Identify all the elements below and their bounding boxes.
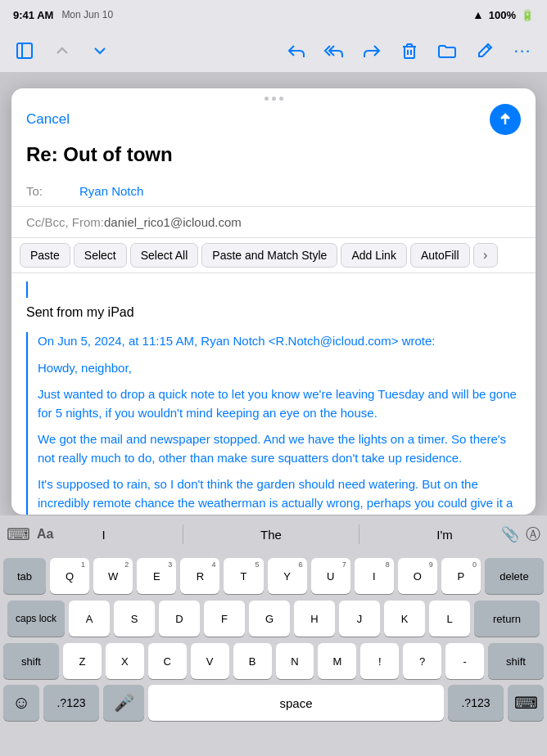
to-field[interactable]: To: Ryan Notch <box>11 176 536 207</box>
paste-button[interactable]: Paste <box>20 243 70 268</box>
reply-button[interactable] <box>282 36 311 65</box>
symbol-mode-key-left[interactable]: .?123 <box>43 685 99 721</box>
return-label: return <box>493 613 521 625</box>
key-z[interactable]: Z <box>63 643 102 679</box>
key-a[interactable]: A <box>69 601 110 637</box>
key-dash[interactable]: - <box>445 643 484 679</box>
text-size-icon[interactable]: Aa <box>37 527 53 542</box>
tab-key[interactable]: tab <box>3 558 46 594</box>
formatting-icon[interactable]: Ⓐ <box>526 524 540 544</box>
predictive-bar: ⌨ Aa I The I'm 📎 Ⓐ <box>0 515 547 553</box>
cc-value: daniel_rico1@icloud.com <box>104 215 242 229</box>
navigate-down-button[interactable] <box>85 36 115 65</box>
emoji-key[interactable]: ☺ <box>3 685 39 721</box>
send-button[interactable] <box>490 104 521 135</box>
key-m[interactable]: M <box>318 643 356 679</box>
select-all-button[interactable]: Select All <box>130 243 199 268</box>
key-question[interactable]: ? <box>403 643 441 679</box>
reply-all-button[interactable] <box>319 36 349 65</box>
tab-label: tab <box>17 570 32 583</box>
sheet-header: Cancel <box>11 104 536 143</box>
pred-suggestion-2[interactable]: The <box>254 524 288 545</box>
key-w[interactable]: 2 W <box>93 558 133 594</box>
compose-button[interactable] <box>470 36 500 65</box>
key-h[interactable]: H <box>294 601 335 637</box>
keyboard-row-1: tab 1 Q 2 W 3 E 4 R 5 T 6 <box>3 558 544 594</box>
cancel-button[interactable]: Cancel <box>26 111 70 128</box>
pred-separator <box>183 524 183 544</box>
forward-button[interactable] <box>357 36 387 65</box>
context-menu-toolbar: Paste Select Select All Paste and Match … <box>11 238 536 273</box>
to-label: To: <box>26 184 79 198</box>
select-button[interactable]: Select <box>74 243 127 268</box>
pred-suggestion-1[interactable]: I <box>96 524 112 545</box>
keyboard-dismiss-key[interactable]: ⌨ <box>508 685 544 721</box>
key-n[interactable]: N <box>276 643 314 679</box>
drag-handle <box>11 88 536 104</box>
key-f[interactable]: F <box>204 601 245 637</box>
chevron-right-icon: › <box>483 248 487 263</box>
cc-label: Cc/Bcc, From: <box>26 215 104 229</box>
pred-suggestion-3[interactable]: I'm <box>430 524 459 545</box>
navigate-up-button[interactable] <box>47 36 77 65</box>
key-o[interactable]: 9 O <box>398 558 437 594</box>
symbol-mode-key-right[interactable]: .?123 <box>448 685 504 721</box>
key-v[interactable]: V <box>191 643 229 679</box>
shift-key-left[interactable]: shift <box>3 643 59 679</box>
caps-lock-label: caps lock <box>16 613 57 624</box>
drag-dot <box>279 97 283 101</box>
pred-separator <box>359 524 359 544</box>
time: 9:41 AM <box>13 9 53 21</box>
context-menu-chevron[interactable]: › <box>473 243 498 268</box>
key-c[interactable]: C <box>148 643 187 679</box>
attachment-icon[interactable]: 📎 <box>501 525 519 543</box>
main-toolbar: ··· <box>0 29 547 72</box>
key-y[interactable]: 6 Y <box>268 558 307 594</box>
emoji-icon: ☺ <box>12 692 30 713</box>
shift-key-right[interactable]: shift <box>488 643 544 679</box>
key-g[interactable]: G <box>249 601 290 637</box>
keyboard-settings-icon[interactable]: ⌨ <box>7 524 30 544</box>
shift-label-left: shift <box>21 655 41 668</box>
delete-key[interactable]: delete <box>485 558 544 594</box>
date: Mon Jun 10 <box>61 9 113 20</box>
mic-key[interactable]: 🎤 <box>103 685 144 721</box>
key-t[interactable]: 5 T <box>224 558 263 594</box>
quoted-header: On Jun 5, 2024, at 11:15 AM, Ryan Notch … <box>38 332 521 351</box>
key-q[interactable]: 1 Q <box>50 558 89 594</box>
key-d[interactable]: D <box>159 601 200 637</box>
key-b[interactable]: B <box>233 643 272 679</box>
battery-icon: 🔋 <box>521 9 534 21</box>
key-r[interactable]: 4 R <box>180 558 219 594</box>
key-e[interactable]: 3 E <box>137 558 176 594</box>
return-key[interactable]: return <box>474 601 540 637</box>
keyboard-bottom-row: ☺ .?123 🎤 space .?123 ⌨ <box>0 682 547 723</box>
predictive-suggestions: I The I'm <box>60 524 495 545</box>
quoted-para2: Just wanted to drop a quick note to let … <box>38 385 521 422</box>
caps-lock-key[interactable]: caps lock <box>7 601 65 637</box>
compose-body[interactable]: Sent from my iPad On Jun 5, 2024, at 11:… <box>11 273 536 515</box>
space-key[interactable]: space <box>148 685 444 721</box>
quoted-para1: Howdy, neighbor, <box>38 359 521 378</box>
more-button[interactable]: ··· <box>508 36 537 65</box>
key-u[interactable]: 7 U <box>311 558 350 594</box>
key-k[interactable]: K <box>384 601 425 637</box>
key-l[interactable]: L <box>429 601 470 637</box>
key-p[interactable]: 0 P <box>441 558 481 594</box>
key-s[interactable]: S <box>114 601 155 637</box>
subject-field[interactable]: Re: Out of town <box>11 143 536 176</box>
key-i[interactable]: 8 I <box>355 558 394 594</box>
keyboard-icon: ⌨ <box>514 693 538 713</box>
key-x[interactable]: X <box>106 643 144 679</box>
key-exclaim[interactable]: ! <box>360 643 399 679</box>
sidebar-toggle-button[interactable] <box>10 36 39 65</box>
key-j[interactable]: J <box>339 601 380 637</box>
keyboard-row-2: caps lock A S D F G H J K L return <box>3 601 544 637</box>
folder-button[interactable] <box>432 36 462 65</box>
autofill-button[interactable]: AutoFill <box>410 243 470 268</box>
cc-field[interactable]: Cc/Bcc, From: daniel_rico1@icloud.com <box>11 207 536 238</box>
paste-match-button[interactable]: Paste and Match Style <box>201 243 337 268</box>
add-link-button[interactable]: Add Link <box>341 243 406 268</box>
compose-sheet: Cancel Re: Out of town To: Ryan Notch Cc… <box>11 88 536 515</box>
trash-button[interactable] <box>395 36 424 65</box>
